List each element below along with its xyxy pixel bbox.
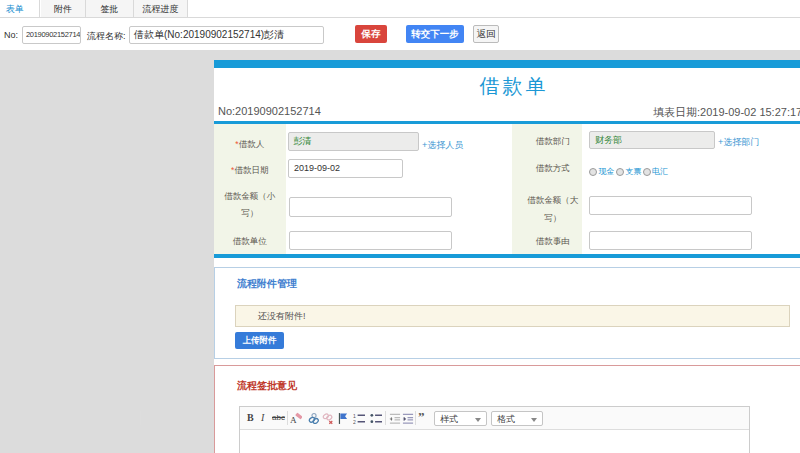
svg-text:A: A [290, 415, 297, 425]
svg-text:2: 2 [353, 419, 356, 425]
